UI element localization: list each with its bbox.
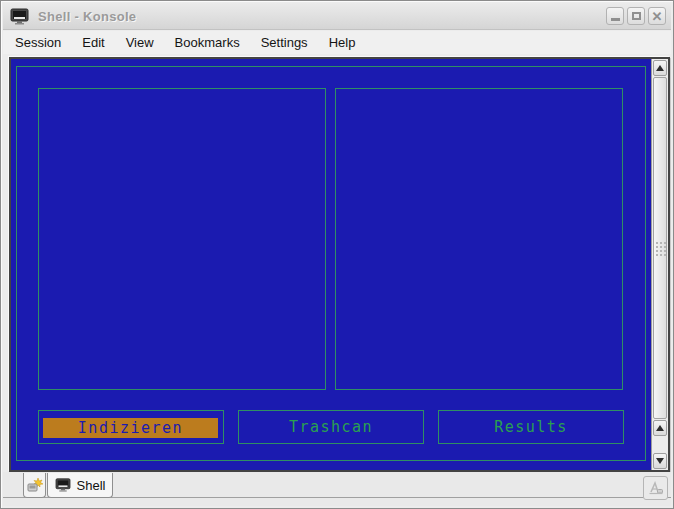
close-icon: ✕ (652, 10, 663, 23)
arrow-up-icon (656, 425, 664, 431)
session-tab-bar: Shell (3, 472, 671, 506)
scroll-down-button[interactable] (653, 453, 667, 469)
arrow-up-icon (656, 65, 664, 71)
scrollbar-grip-icon (655, 241, 666, 256)
scroll-up-button-bottom[interactable] (653, 420, 667, 436)
window-controls: ✕ (606, 7, 666, 25)
konsole-window-icon[interactable] (10, 8, 29, 25)
menu-item-view[interactable]: View (118, 33, 162, 52)
terminal-frame: Indizieren Trashcan Results (9, 57, 670, 472)
scroll-up-button[interactable] (653, 60, 667, 76)
tui-button-indizieren[interactable]: Indizieren (38, 410, 224, 444)
session-toolbar-button[interactable] (643, 476, 668, 500)
window-title: Shell - Konsole (38, 9, 136, 24)
scrollbar-thumb[interactable] (653, 77, 667, 419)
menu-item-bookmarks[interactable]: Bookmarks (167, 33, 248, 52)
session-toolbar-icon (648, 481, 664, 495)
minimize-button[interactable] (606, 7, 624, 25)
menu-item-session[interactable]: Session (7, 33, 69, 52)
menu-item-settings[interactable]: Settings (253, 33, 316, 52)
konsole-window: Shell - Konsole ✕ Session Edit View Book… (0, 0, 674, 509)
maximize-button[interactable] (627, 7, 645, 25)
menu-bar: Session Edit View Bookmarks Settings Hel… (3, 31, 671, 54)
close-button[interactable]: ✕ (648, 7, 666, 25)
tui-panel-left (38, 88, 326, 390)
menu-item-edit[interactable]: Edit (74, 33, 112, 52)
tab-shell-label: Shell (77, 478, 106, 493)
window-titlebar[interactable]: Shell - Konsole ✕ (3, 3, 671, 30)
tui-button-highlight[interactable]: Indizieren (43, 418, 218, 438)
maximize-icon (632, 12, 641, 20)
new-session-icon (27, 477, 43, 493)
tui-button-results[interactable]: Results (438, 410, 624, 444)
terminal-screen[interactable]: Indizieren Trashcan Results (11, 59, 651, 470)
terminal-scrollbar[interactable] (651, 59, 668, 470)
minimize-icon (611, 18, 620, 21)
terminal-monitor-icon (55, 478, 71, 492)
new-session-button[interactable] (23, 473, 46, 498)
tui-panel-right (335, 88, 623, 390)
arrow-down-icon (656, 458, 664, 464)
menu-item-help[interactable]: Help (321, 33, 364, 52)
tui-button-trashcan[interactable]: Trashcan (238, 410, 424, 444)
tab-shell[interactable]: Shell (47, 473, 113, 498)
